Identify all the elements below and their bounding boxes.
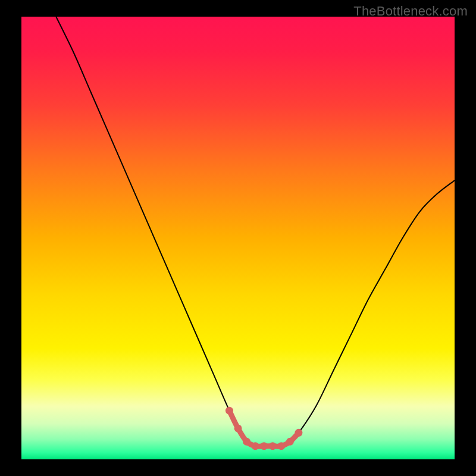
highlight-dot: [226, 407, 233, 415]
highlight-dot: [234, 424, 242, 432]
chart-frame: TheBottleneck.com: [0, 0, 476, 476]
highlight-dot: [260, 442, 268, 450]
highlight-dot: [252, 442, 259, 450]
highlight-dot: [269, 442, 277, 450]
curve-highlight-dots: [226, 407, 302, 450]
bottleneck-curve: [21, 17, 455, 459]
plot-area: [21, 17, 455, 459]
curve-path: [56, 17, 455, 446]
highlight-dot: [295, 429, 302, 437]
watermark-text: TheBottleneck.com: [353, 4, 468, 19]
highlight-dot: [277, 442, 285, 450]
highlight-dot: [286, 438, 294, 446]
highlight-dot: [243, 438, 250, 446]
